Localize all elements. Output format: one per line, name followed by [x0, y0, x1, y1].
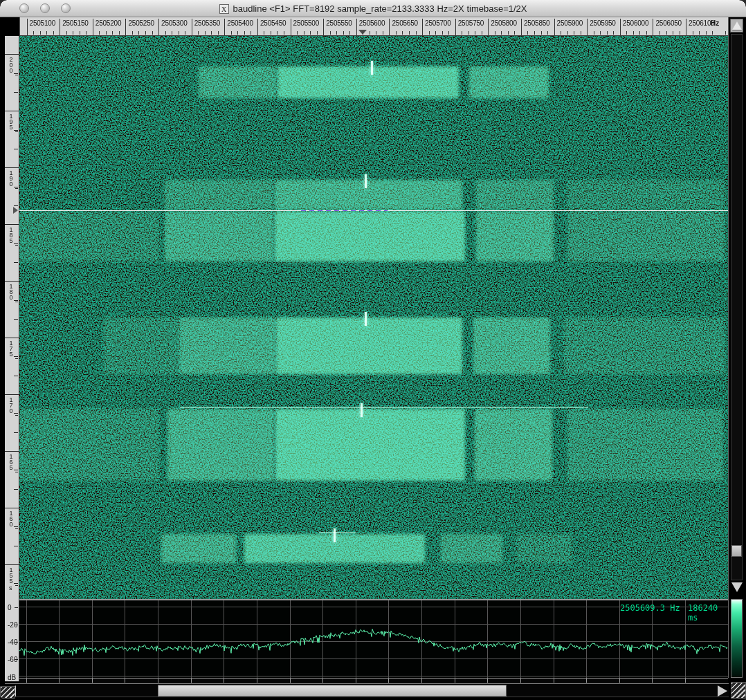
time-small-tick: [15, 245, 18, 246]
frequency-minor-tick: [442, 31, 443, 35]
frequency-major-tick: [158, 19, 159, 36]
bottom-frequency-tick: [487, 679, 488, 683]
frequency-minor-tick: [429, 31, 430, 35]
burst-top-edge: [319, 532, 355, 533]
time-major-rule: [5, 508, 19, 508]
signal-burst-segment: [161, 534, 237, 564]
frequency-minor-tick: [317, 31, 318, 35]
frequency-minor-tick: [53, 31, 54, 35]
burst-top-edge: [180, 407, 588, 408]
frequency-minor-tick: [501, 31, 502, 35]
frequency-minor-tick: [666, 31, 667, 35]
signal-burst-segment: [475, 409, 552, 480]
frequency-minor-tick: [462, 31, 462, 35]
vertical-scroll-thumb[interactable]: [731, 545, 742, 557]
time-small-tick: [15, 358, 18, 359]
signal-burst-segment: [199, 66, 276, 98]
frequency-minor-tick: [304, 31, 304, 35]
scroll-down-button down-arrow-icon[interactable]: [731, 582, 743, 592]
time-tick-label: 155: [8, 567, 14, 584]
frequency-major-tick: [521, 19, 522, 36]
spectrum-view[interactable]: 2505609.3 Hz 186240 ms: [19, 600, 728, 678]
frequency-minor-tick: [284, 31, 284, 35]
scroll-up-button[interactable]: [730, 19, 743, 33]
frequency-major-tick: [192, 19, 192, 36]
app-window: X baudline <F1> FFT=8192 sample_rate=213…: [0, 0, 746, 700]
signal-burst-segment: [441, 534, 503, 564]
bottom-frequency-tick: [224, 679, 224, 683]
frequency-minor-tick: [165, 31, 166, 35]
frequency-minor-tick: [435, 31, 436, 35]
db-tick-label: 0: [8, 604, 12, 611]
frequency-tick-label: 2505350: [194, 19, 221, 27]
frequency-minor-tick: [172, 31, 172, 35]
frequency-minor-tick: [33, 31, 34, 35]
db-tick: [15, 659, 18, 660]
frequency-minor-tick: [534, 31, 535, 35]
horizontal-scroll-thumb[interactable]: [158, 685, 507, 697]
signal-burst-segment: [275, 180, 462, 210]
time-minor-tick: [14, 243, 18, 244]
frequency-minor-tick: [205, 31, 206, 35]
frequency-major-tick: [455, 19, 456, 36]
frequency-minor-tick: [574, 31, 574, 35]
time-major-rule: [5, 338, 19, 338]
bottom-frequency-tick: [652, 679, 653, 683]
vertical-scroll-track[interactable]: [731, 34, 743, 580]
frequency-minor-tick: [409, 31, 410, 35]
frequency-minor-tick: [211, 31, 212, 35]
frequency-ruler[interactable]: Hz 2505100250515025052002505250250530025…: [19, 17, 728, 36]
time-major-rule: [5, 564, 19, 565]
time-tick-label: 200: [8, 57, 14, 73]
frequency-minor-tick: [119, 31, 120, 35]
scroll-right-button right-arrow-icon[interactable]: [718, 685, 727, 697]
frequency-tick-label: 2505950: [590, 19, 616, 27]
title-bar[interactable]: X baudline <F1> FFT=8192 sample_rate=213…: [0, 0, 746, 17]
frequency-minor-tick: [310, 31, 311, 35]
frequency-minor-tick: [673, 31, 673, 35]
time-major-rule: [5, 111, 19, 111]
frequency-minor-tick: [251, 31, 251, 35]
frequency-tick-label: 2505250: [128, 19, 154, 27]
frequency-tick-label: 2505850: [524, 19, 550, 27]
signal-burst-segment: [104, 317, 179, 374]
resize-grip-bottom-right[interactable]: [731, 682, 746, 699]
time-major-rule: [5, 167, 19, 168]
frequency-minor-tick: [383, 31, 383, 35]
spectrogram-view[interactable]: [19, 36, 728, 599]
frequency-major-tick: [93, 19, 93, 36]
resize-grip-bottom-left[interactable]: [0, 686, 15, 699]
frequency-minor-tick: [416, 31, 417, 35]
horizontal-scrollbar[interactable]: [5, 683, 729, 697]
time-minor-tick: [14, 187, 18, 187]
frequency-tick-label: 2505400: [227, 19, 253, 27]
time-minor-tick: [14, 583, 18, 584]
time-major-rule: [5, 451, 19, 452]
time-small-tick: [15, 302, 18, 302]
time-minor-tick: [14, 432, 18, 433]
frequency-major-tick: [323, 19, 324, 36]
frequency-major-tick: [257, 19, 258, 36]
frequency-tick-label: 2505100: [30, 19, 56, 27]
frequency-tick-label: 2505450: [260, 19, 286, 27]
frequency-minor-tick: [244, 31, 245, 35]
frequency-minor-tick: [152, 31, 153, 35]
frequency-major-tick: [587, 19, 588, 36]
bottom-tick-strip: [19, 678, 728, 683]
frequency-tick-label: 2505500: [293, 19, 320, 27]
frequency-tick-label: 2505150: [62, 19, 89, 27]
frequency-minor-tick: [626, 31, 627, 35]
signal-burst-segment: [19, 409, 159, 480]
time-minor-tick: [14, 130, 18, 131]
signal-burst-segment: [517, 534, 572, 564]
bottom-frequency-tick: [356, 679, 356, 683]
time-cursor-marker[interactable]: [13, 207, 18, 214]
time-small-tick: [15, 472, 18, 472]
vertical-scrollbar[interactable]: [728, 17, 743, 678]
time-major-rule: [5, 394, 19, 395]
frequency-tick-label: 2506100: [689, 19, 715, 27]
time-and-db-ruler[interactable]: s dB 2001951901851801751701651601550-20-…: [5, 36, 19, 681]
bottom-frequency-tick: [257, 679, 257, 683]
bottom-frequency-tick: [125, 679, 125, 683]
carrier-spike: [365, 312, 367, 326]
